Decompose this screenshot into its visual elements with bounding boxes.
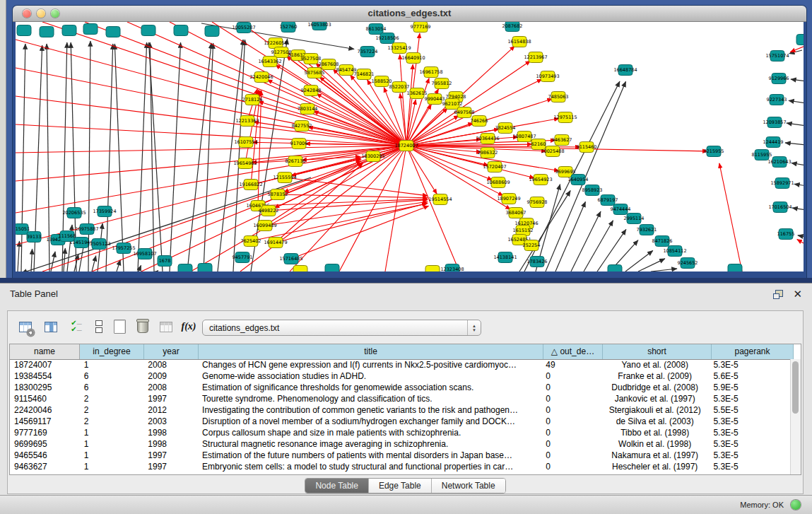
graph-node[interactable]: 1640954 xyxy=(568,175,589,185)
graph-node[interactable]: 10958107 xyxy=(133,249,156,259)
graph-node[interactable]: 16099489 xyxy=(253,221,276,231)
graph-node[interactable]: 9242848 xyxy=(301,86,322,96)
graph-node[interactable]: 14138141 xyxy=(493,252,517,263)
column-header-name[interactable]: name xyxy=(10,344,80,359)
graph-node[interactable] xyxy=(62,25,76,36)
graph-node[interactable]: 9474444 xyxy=(611,204,631,215)
table-row[interactable]: 1830029562008Estimation of significance … xyxy=(10,382,791,393)
graph-node[interactable] xyxy=(293,266,307,272)
column-header-year[interactable]: year xyxy=(144,344,199,359)
graph-node[interactable]: 19514554 xyxy=(428,194,452,205)
graph-node[interactable]: 19654923 xyxy=(529,175,552,185)
graph-node[interactable]: 16210643 xyxy=(767,157,791,168)
graph-node[interactable]: 5875685 xyxy=(305,68,325,78)
graph-node[interactable]: 7485063 xyxy=(548,92,569,103)
graph-node[interactable]: 9115460 xyxy=(577,142,597,153)
graph-node[interactable]: 15751074 xyxy=(765,51,789,62)
graph-node[interactable]: 10055287 xyxy=(232,23,255,33)
tab-network-table[interactable]: Network Table xyxy=(432,479,505,493)
table-row[interactable]: 2242004622012Investigating the contribut… xyxy=(10,404,791,416)
graph-node[interactable]: 16154838 xyxy=(507,37,531,47)
graph-node[interactable] xyxy=(608,265,622,272)
graph-node[interactable]: 152760 xyxy=(280,22,298,33)
function-builder-icon[interactable]: f(x) xyxy=(180,317,198,336)
graph-node[interactable]: 8958923 xyxy=(582,185,603,196)
new-table-icon[interactable] xyxy=(110,317,129,336)
graph-node[interactable] xyxy=(17,25,31,36)
table-row[interactable]: 1872400712008Changes of HCN gene express… xyxy=(10,359,791,370)
graph-node[interactable]: 17359924 xyxy=(93,206,116,217)
graph-node[interactable]: 13325419 xyxy=(387,43,411,54)
graph-node[interactable] xyxy=(174,25,188,36)
graph-node[interactable]: 7625402 xyxy=(241,236,261,247)
graph-node[interactable] xyxy=(728,264,742,272)
graph-node[interactable]: 16640910 xyxy=(401,53,425,64)
table-row[interactable]: 1456911722003Disruption of a novel membe… xyxy=(10,416,791,427)
graph-node[interactable] xyxy=(83,24,98,35)
tab-edge-table[interactable]: Edge Table xyxy=(369,479,432,493)
graph-node[interactable]: 9463627 xyxy=(552,135,572,146)
graph-node[interactable]: 4498222 xyxy=(259,206,279,216)
float-panel-icon[interactable] xyxy=(773,290,783,299)
graph-node[interactable]: 252254 xyxy=(523,240,541,251)
graph-node[interactable]: 12975115 xyxy=(553,112,577,123)
graph-node[interactable]: 12213967 xyxy=(524,52,547,63)
delete-table-icon[interactable] xyxy=(134,317,152,336)
graph-node[interactable]: 8267130 xyxy=(286,156,306,167)
graph-node[interactable] xyxy=(425,266,440,272)
graph-node[interactable]: 6497568 xyxy=(454,107,475,118)
graph-node[interactable]: 7955812 xyxy=(432,78,452,89)
import-table-icon[interactable] xyxy=(157,317,175,336)
graph-node[interactable]: 116755 xyxy=(777,229,795,240)
select-columns-icon[interactable]: ✔—✔— xyxy=(67,317,86,336)
table-row[interactable]: 977716911998Corpus callosum shape and si… xyxy=(10,427,791,438)
graph-node[interactable]: 2087682 xyxy=(502,22,523,32)
graph-node[interactable]: 5878352 xyxy=(268,189,288,200)
graph-node[interactable]: 9457791 xyxy=(233,252,253,263)
graph-node[interactable] xyxy=(40,27,54,37)
table-row[interactable]: 911546021997Tourette syndrome. Phenomeno… xyxy=(10,393,791,404)
graph-node[interactable]: 16961758 xyxy=(419,67,442,78)
table-selector-dropdown[interactable]: citations_edges.txt ▲▼ xyxy=(202,320,481,336)
table-row[interactable]: 1938455462009Genome-wide association stu… xyxy=(10,370,791,382)
column-header-title[interactable]: title xyxy=(199,344,543,359)
graph-node[interactable]: 8427552 xyxy=(292,121,312,132)
graph-node[interactable]: 16053803 xyxy=(307,22,331,30)
graph-node[interactable]: 18907249 xyxy=(497,194,520,204)
graph-node[interactable]: 12155594 xyxy=(273,173,296,183)
table-row[interactable]: 946362711997Embryonic stem cells: a mode… xyxy=(10,461,791,472)
graph-node[interactable]: 1244419 xyxy=(763,137,784,148)
graph-node[interactable]: 9245652 xyxy=(678,258,698,269)
graph-node[interactable]: 2986322 xyxy=(478,148,498,158)
graph-node[interactable]: 15892971 xyxy=(770,178,794,189)
graph-node[interactable]: 7357224 xyxy=(358,47,378,57)
graph-node[interactable]: 2718126 xyxy=(242,95,263,105)
show-columns-icon[interactable] xyxy=(42,317,60,336)
graph-node[interactable]: 15716485 xyxy=(279,254,302,264)
graph-node[interactable] xyxy=(178,264,192,272)
graph-node[interactable] xyxy=(141,25,155,36)
table-row[interactable]: 969969511998Structural magnetic resonanc… xyxy=(10,438,791,450)
graph-node[interactable]: 20206535 xyxy=(62,208,86,218)
graph-node[interactable]: 10854112 xyxy=(663,246,686,257)
graph-node[interactable]: 2995114 xyxy=(624,214,645,224)
graph-node[interactable]: 111568 xyxy=(59,231,76,242)
graph-node[interactable]: 17957255 xyxy=(112,243,135,254)
graph-node[interactable]: 10688609 xyxy=(486,177,510,188)
graph-node[interactable]: 17016504 xyxy=(768,202,792,213)
graph-node[interactable]: 12093857 xyxy=(763,117,786,128)
graph-node[interactable]: 10975887 xyxy=(75,224,98,235)
column-header-pagerank[interactable]: pagerank xyxy=(712,344,794,359)
row-height-icon[interactable] xyxy=(90,317,108,336)
column-header-short[interactable]: short xyxy=(603,344,712,359)
network-canvas[interactable]: 1005528715276016053803861305419218506208… xyxy=(16,22,804,271)
graph-node[interactable] xyxy=(796,35,804,45)
tab-node-table[interactable]: Node Table xyxy=(305,479,369,493)
table-scrollbar-thumb[interactable] xyxy=(792,361,799,414)
graph-node[interactable]: 746266 xyxy=(471,116,488,127)
graph-node[interactable] xyxy=(205,26,219,37)
table-settings-icon[interactable] xyxy=(16,317,35,336)
column-header-out-de-[interactable]: △ out_de… xyxy=(543,344,603,359)
graph-node[interactable]: 9777169 xyxy=(411,22,431,33)
graph-node[interactable]: 9756928 xyxy=(527,197,548,208)
